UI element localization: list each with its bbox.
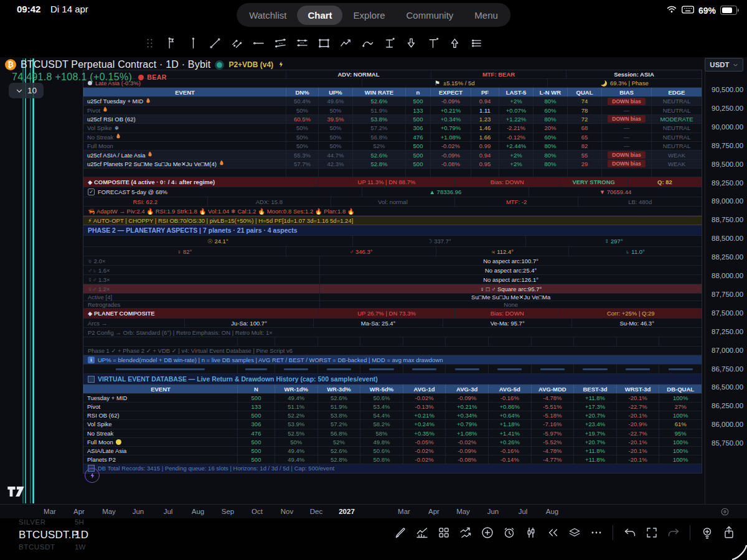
time-axis[interactable]: MarAprMayJunJulAugSepOctNovDec2027MarApr…	[0, 504, 747, 519]
separator-row	[83, 365, 702, 374]
battery-icon	[720, 6, 737, 15]
table-cell: -0.02%	[445, 438, 488, 446]
redo-icon[interactable]	[665, 524, 682, 541]
long-position-tool-icon[interactable]	[382, 35, 397, 51]
table-cell: +2.44%	[499, 142, 533, 150]
column-header: WR-3d%	[317, 385, 360, 393]
flat-channel-tool-icon[interactable]	[294, 35, 310, 51]
table-cell: 50.6%	[360, 394, 403, 402]
symbol-title[interactable]: BTCUSDT Perpetual Contract · 1D · Bybit	[21, 59, 210, 70]
polyline-tool-icon[interactable]	[338, 35, 354, 51]
table-cell: +0.07%	[499, 106, 533, 114]
add-plus-icon[interactable]	[479, 524, 496, 541]
toolbar-divider	[613, 525, 613, 540]
event-name: RSI OB (62)	[83, 411, 237, 419]
table-cell: 0.94	[471, 97, 499, 105]
indicator-badge[interactable]: P2+VDB (v4)	[228, 60, 273, 69]
table-cell	[471, 169, 499, 177]
table-cell: 52%	[317, 438, 360, 446]
wifi-icon	[666, 4, 677, 17]
layers-icon[interactable]	[566, 524, 583, 541]
table-cell: +0.21%	[403, 411, 446, 419]
table-cell: 133	[405, 106, 430, 114]
compare-icon[interactable]	[457, 524, 474, 541]
auto-opt-row: ⚡ AUTO-OPT | CHOPPY | RSI OB:70/OS:30 | …	[83, 216, 702, 225]
separator-cell	[360, 365, 403, 373]
indicator-bolt-button[interactable]	[85, 468, 100, 483]
price-axis[interactable]: 90,500.0090,250.0090,000.0089,750.0089,5…	[705, 57, 747, 504]
nav-menu[interactable]: Menu	[464, 6, 509, 25]
table-cell: 306	[237, 420, 275, 428]
axis-settings-icon[interactable]	[720, 506, 730, 517]
btc-icon: ₿	[5, 59, 16, 70]
watchlist-symbol[interactable]: BTCUSDT1W	[19, 543, 88, 552]
horizontal-ray-tool-icon[interactable]	[251, 35, 266, 51]
parallel-channel-tool-icon[interactable]	[273, 35, 288, 51]
table-cell: 53.8%	[352, 115, 405, 123]
horizontal-lines-tool-icon[interactable]	[469, 35, 484, 51]
table-cell: 60.5%	[286, 115, 318, 123]
flag-tool-icon[interactable]	[164, 35, 179, 51]
table-cell: DOWN bias	[601, 151, 651, 159]
arrow-up-tool-icon[interactable]	[447, 35, 463, 51]
bar-count-badge[interactable]: 10	[9, 83, 44, 98]
vertical-line-tool-icon[interactable]	[186, 35, 201, 51]
symbol-timeframe: 1D	[75, 529, 88, 541]
more-options-icon[interactable]	[588, 524, 604, 541]
table-cell: 49.4%	[275, 455, 317, 464]
undo-icon[interactable]	[621, 524, 638, 541]
column-header: WRST-3d	[616, 385, 659, 393]
table-cell	[83, 169, 286, 177]
nav-watchlist[interactable]: Watchlist	[238, 6, 297, 25]
curve-tool-icon[interactable]	[360, 35, 375, 51]
rectangle-tool-icon[interactable]	[316, 35, 332, 51]
planet-position: ♄ 11.0°	[568, 247, 702, 256]
text-tool-icon[interactable]	[425, 35, 441, 51]
stats-row: RSI: 62.2ADX: 15.8Vol: normalMTF: -2LB: …	[83, 197, 702, 207]
table-cell: -0.16%	[488, 447, 531, 455]
arrow-down-tool-icon[interactable]	[403, 35, 419, 51]
indicators-icon[interactable]	[413, 524, 430, 541]
fullscreen-icon[interactable]	[643, 524, 660, 541]
table-cell: 50%	[286, 142, 318, 150]
chart-area[interactable]: ₿ BTCUSDT Perpetual Contract · 1D · Bybi…	[0, 57, 747, 518]
separator-cell	[403, 365, 446, 373]
column-header: WR-1d%	[275, 385, 317, 393]
currency-button[interactable]: USDT	[705, 58, 743, 72]
nav-chart[interactable]: Chart	[297, 6, 342, 25]
price-tick: 88,500.00	[712, 235, 743, 242]
table-cell	[403, 337, 446, 346]
cross-line-tool-icon[interactable]	[229, 35, 245, 51]
table-cell: -0.09%	[445, 394, 488, 402]
templates-grid-icon[interactable]	[435, 524, 452, 541]
table-cell: 1.66	[471, 133, 499, 141]
table-cell: 80%	[533, 97, 567, 105]
nav-explore[interactable]: Explore	[343, 6, 396, 25]
drag-handle-icon[interactable]	[142, 35, 157, 51]
table-cell: -5.18%	[531, 411, 574, 419]
watchlist-symbol[interactable]: BTCUSDT.P1D	[19, 527, 88, 543]
aspect-pair: Active [4]	[83, 294, 319, 301]
bias-chip: DOWN bias	[608, 98, 645, 105]
tradingview-logo[interactable]	[7, 487, 24, 500]
bear-dot-icon	[138, 75, 144, 80]
table-cell: 54.4%	[360, 411, 403, 419]
event-row: u25cf Planets P2 Su□Me Su□Ju Me✕Ju Ve□M(…	[83, 160, 702, 169]
table-cell: 1.46	[471, 124, 499, 132]
table-cell: 0.99	[471, 142, 499, 150]
replay-icon[interactable]	[544, 524, 561, 541]
table-cell: -22.7%	[616, 429, 659, 437]
draw-tool-icon[interactable]	[392, 524, 408, 541]
symbol-switcher: SILVER5HBTCUSDT.P1DBTCUSDT1W	[19, 518, 88, 552]
idea-bulb-icon[interactable]	[698, 524, 715, 541]
nav-community[interactable]: Community	[395, 6, 464, 25]
watchlist-symbol[interactable]: SILVER5H	[19, 518, 88, 527]
chart-type-icon[interactable]	[522, 524, 539, 541]
column-header: N	[237, 385, 275, 393]
alert-clock-icon[interactable]	[500, 524, 517, 541]
table-cell: —	[601, 133, 651, 141]
share-icon[interactable]	[720, 524, 737, 541]
table-cell: 133	[237, 403, 275, 411]
table-cell: 80%	[533, 115, 567, 123]
trend-line-tool-icon[interactable]	[207, 35, 223, 51]
